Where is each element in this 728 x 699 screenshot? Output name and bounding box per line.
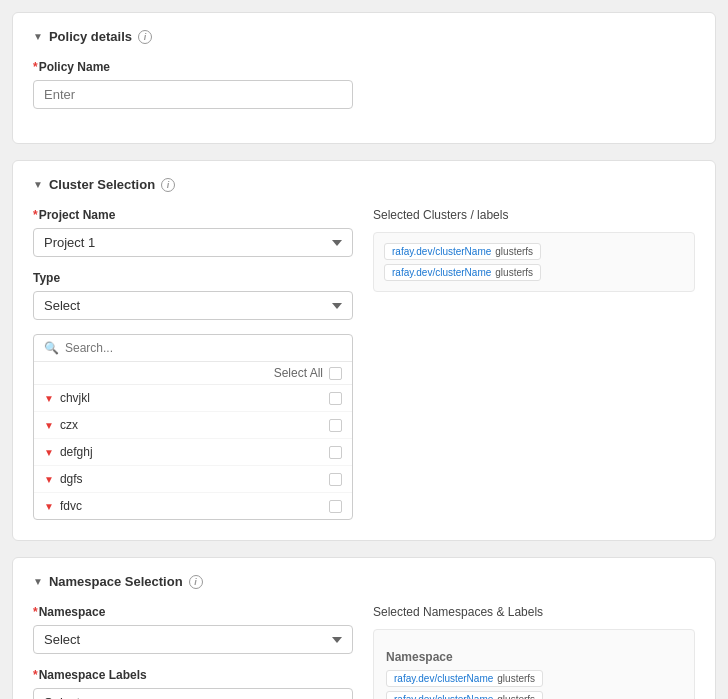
selected-namespaces-label: Selected Namespaces & Labels xyxy=(373,605,695,619)
project-name-field: Project Name Project 1 xyxy=(33,208,353,257)
selected-clusters-label: Selected Clusters / labels xyxy=(373,208,695,222)
cluster-item-checkbox[interactable] xyxy=(329,500,342,513)
tag-value: glusterfs xyxy=(495,267,533,278)
list-item-left: ▼ defghj xyxy=(44,445,93,459)
cluster-item-checkbox[interactable] xyxy=(329,446,342,459)
list-item-left: ▼ dgfs xyxy=(44,472,83,486)
cluster-arrow-icon: ▼ xyxy=(44,501,54,512)
namespace-labels-field: Namespace Labels Select xyxy=(33,668,353,699)
namespace-select[interactable]: Select xyxy=(33,625,353,654)
namespace-selection-section: ▼ Namespace Selection i Namespace Select… xyxy=(12,557,716,699)
chevron-icon: ▼ xyxy=(33,576,43,587)
namespace-right-col: Selected Namespaces & Labels Namespace r… xyxy=(373,605,695,699)
select-all-row: Select All xyxy=(34,362,352,385)
cluster-dropdown-list: 🔍 Select All ▼ chvjkl xyxy=(33,334,353,520)
cluster-arrow-icon: ▼ xyxy=(44,420,54,431)
ns-tag: rafay.dev/clusterName glusterfs xyxy=(386,670,543,687)
list-item: ▼ chvjkl xyxy=(34,385,352,412)
namespace-labels-label: Namespace Labels xyxy=(33,668,353,682)
cluster-item-name: defghj xyxy=(60,445,93,459)
cluster-arrow-icon: ▼ xyxy=(44,393,54,404)
type-select[interactable]: Select xyxy=(33,291,353,320)
list-item-left: ▼ czx xyxy=(44,418,78,432)
tag-label: rafay.dev/clusterName xyxy=(392,246,491,257)
namespace-left-col: Namespace Select Namespace Labels Select xyxy=(33,605,353,699)
cluster-item-checkbox[interactable] xyxy=(329,392,342,405)
cluster-selection-content: Project Name Project 1 Type Select 🔍 Sel… xyxy=(33,208,695,520)
namespace-selection-header: ▼ Namespace Selection i xyxy=(33,574,695,589)
chevron-icon: ▼ xyxy=(33,31,43,42)
namespace-selection-content: Namespace Select Namespace Labels Select… xyxy=(33,605,695,699)
cluster-item-name: chvjkl xyxy=(60,391,90,405)
search-input[interactable] xyxy=(65,341,342,355)
list-item: ▼ czx xyxy=(34,412,352,439)
cluster-left-col: Project Name Project 1 Type Select 🔍 Sel… xyxy=(33,208,353,520)
tag-value: glusterfs xyxy=(497,673,535,684)
namespace-labels-select[interactable]: Select xyxy=(33,688,353,699)
cluster-arrow-icon: ▼ xyxy=(44,447,54,458)
namespace-group-label: Namespace xyxy=(386,650,682,664)
tag-value: glusterfs xyxy=(497,694,535,699)
policy-details-section: ▼ Policy details i Policy Name xyxy=(12,12,716,144)
chevron-icon: ▼ xyxy=(33,179,43,190)
cluster-selection-info-icon[interactable]: i xyxy=(161,178,175,192)
cluster-list: ▼ chvjkl ▼ czx ▼ xyxy=(34,385,352,519)
project-name-label: Project Name xyxy=(33,208,353,222)
namespace-tags-container: Namespace rafay.dev/clusterName glusterf… xyxy=(373,629,695,699)
type-field: Type Select xyxy=(33,271,353,320)
cluster-item-name: dgfs xyxy=(60,472,83,486)
tag-value: glusterfs xyxy=(495,246,533,257)
cluster-item-name: fdvc xyxy=(60,499,82,513)
namespace-tags-row1: rafay.dev/clusterName glusterfs rafay.de… xyxy=(386,670,682,699)
ns-tag: rafay.dev/clusterName glusterfs xyxy=(386,691,543,699)
namespace-selection-title: Namespace Selection xyxy=(49,574,183,589)
namespace-selection-info-icon[interactable]: i xyxy=(189,575,203,589)
tag-label: rafay.dev/clusterName xyxy=(392,267,491,278)
list-item-left: ▼ chvjkl xyxy=(44,391,90,405)
cluster-selection-header: ▼ Cluster Selection i xyxy=(33,177,695,192)
select-all-label: Select All xyxy=(274,366,323,380)
policy-details-header: ▼ Policy details i xyxy=(33,29,695,44)
cluster-tag: rafay.dev/clusterName glusterfs xyxy=(384,264,541,281)
select-all-checkbox[interactable] xyxy=(329,367,342,380)
policy-details-title: Policy details xyxy=(49,29,132,44)
policy-name-field: Policy Name xyxy=(33,60,695,109)
cluster-item-name: czx xyxy=(60,418,78,432)
cluster-selection-section: ▼ Cluster Selection i Project Name Proje… xyxy=(12,160,716,541)
search-icon: 🔍 xyxy=(44,341,59,355)
cluster-selection-title: Cluster Selection xyxy=(49,177,155,192)
list-item: ▼ fdvc xyxy=(34,493,352,519)
cluster-right-col: Selected Clusters / labels rafay.dev/clu… xyxy=(373,208,695,520)
cluster-tag: rafay.dev/clusterName glusterfs xyxy=(384,243,541,260)
cluster-arrow-icon: ▼ xyxy=(44,474,54,485)
tag-label: rafay.dev/clusterName xyxy=(394,673,493,684)
type-label: Type xyxy=(33,271,353,285)
tag-label: rafay.dev/clusterName xyxy=(394,694,493,699)
selected-clusters-tags: rafay.dev/clusterName glusterfs rafay.de… xyxy=(373,232,695,292)
list-item: ▼ defghj xyxy=(34,439,352,466)
cluster-item-checkbox[interactable] xyxy=(329,473,342,486)
namespace-field: Namespace Select xyxy=(33,605,353,654)
search-bar: 🔍 xyxy=(34,335,352,362)
namespace-label: Namespace xyxy=(33,605,353,619)
policy-details-info-icon[interactable]: i xyxy=(138,30,152,44)
list-item-left: ▼ fdvc xyxy=(44,499,82,513)
list-item: ▼ dgfs xyxy=(34,466,352,493)
cluster-item-checkbox[interactable] xyxy=(329,419,342,432)
project-name-select[interactable]: Project 1 xyxy=(33,228,353,257)
policy-name-input[interactable] xyxy=(33,80,353,109)
policy-name-label: Policy Name xyxy=(33,60,695,74)
